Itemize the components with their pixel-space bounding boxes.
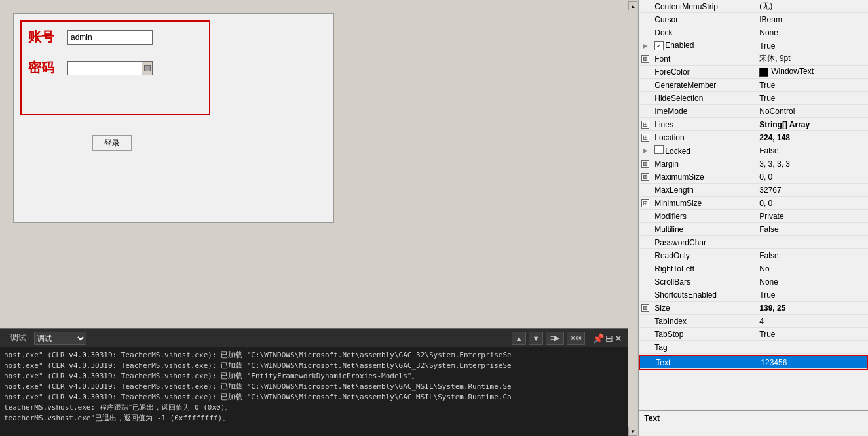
prop-value-19: False <box>757 251 868 260</box>
prop-row-dock[interactable]: Dock None <box>639 26 868 39</box>
output-btn-2[interactable]: ▼ <box>529 332 543 345</box>
account-input[interactable] <box>67 30 153 45</box>
prop-expand-10: ⊞ <box>639 134 652 142</box>
prop-row-maxlength[interactable]: MaxLength 32767 <box>639 184 868 197</box>
maxsize-expand-icon[interactable]: ⊞ <box>641 173 649 181</box>
prop-name-20: RightToLeft <box>652 264 757 273</box>
prop-row-righttoleft[interactable]: RightToLeft No <box>639 262 868 275</box>
prop-row-lines[interactable]: ⊞ Lines String[] Array <box>639 118 868 131</box>
account-row: 账号 <box>28 28 202 46</box>
prop-name-8: ImeMode <box>652 107 757 116</box>
prop-value-margin: 3, 3, 3, 3 <box>757 159 868 168</box>
prop-name-5: ForeColor <box>652 68 757 77</box>
dock-icon[interactable]: ⊟ <box>605 333 613 344</box>
prop-name-19: ReadOnly <box>652 251 757 260</box>
prop-row-contentmenustrip[interactable]: ContentMenuStrip (无) <box>639 0 868 13</box>
prop-row-generatemember[interactable]: GenerateMember True <box>639 79 868 92</box>
password-scrollbar[interactable] <box>142 62 152 75</box>
scroll-down-arrow[interactable]: ▼ <box>628 427 637 436</box>
prop-expand-23: ⊞ <box>639 304 652 312</box>
prop-row-scrollbars[interactable]: ScrollBars None <box>639 275 868 288</box>
prop-row-modifiers[interactable]: Modifiers Private <box>639 210 868 223</box>
prop-value-2: None <box>757 28 868 37</box>
prop-row-shortcutsenabled[interactable]: ShortcutsEnabled True <box>639 288 868 302</box>
prop-name-13: MaximumSize <box>652 172 757 182</box>
prop-row-cursor[interactable]: Cursor IBeam <box>639 13 868 26</box>
output-btn-4[interactable]: ⊗⊗ <box>567 332 585 345</box>
prop-row-maximumsize[interactable]: ⊞ MaximumSize 0, 0 <box>639 170 868 184</box>
prop-value-location: 224, 148 <box>757 133 868 142</box>
scroll-divider: ▲ ▼ <box>628 0 638 436</box>
location-expand-icon[interactable]: ⊞ <box>641 134 649 142</box>
prop-expand-3: ▶ <box>639 42 652 49</box>
output-panel: 调试 调试 ▲ ▼ ≡▶ ⊗⊗ 📌 ⊟ ✕ host.exe" (CLR v4.… <box>0 328 628 436</box>
prop-value-23: 139, 25 <box>757 304 868 313</box>
output-line: host.exe" (CLR v4.0.30319: TeacherMS.vsh… <box>4 371 624 382</box>
prop-row-passwordchar[interactable]: PasswordChar <box>639 236 868 249</box>
prop-value-21: None <box>757 277 868 287</box>
prop-value-25: True <box>757 330 868 339</box>
output-line: teacherMS.vshost.exe"已退出，返回值为 -1 (0xffff… <box>4 413 624 424</box>
password-label: 密码 <box>28 59 67 77</box>
prop-value-7: True <box>757 94 868 103</box>
output-line: host.exe" (CLR v4.0.30319: TeacherMS.vsh… <box>4 382 624 392</box>
lines-expand-icon[interactable]: ⊞ <box>641 121 649 129</box>
prop-row-text[interactable]: Text 123456 <box>640 356 867 369</box>
prop-row-font[interactable]: ⊞ Font 宋体, 9pt <box>639 52 868 66</box>
prop-row-tabstop[interactable]: TabStop True <box>639 328 868 341</box>
margin-expand-icon[interactable]: ⊞ <box>641 160 649 168</box>
output-content: host.exe" (CLR v4.0.30319: TeacherMS.vsh… <box>0 347 628 436</box>
prop-name-7: HideSelection <box>652 94 757 103</box>
text-row-group: Text 123456 <box>639 355 868 370</box>
prop-value-13: 0, 0 <box>757 172 868 182</box>
prop-row-readonly[interactable]: ReadOnly False <box>639 249 868 262</box>
design-area: 账号 密码 登录 <box>0 0 628 328</box>
prop-value-22: True <box>757 290 868 300</box>
prop-name-17: Multiline <box>652 225 757 234</box>
scroll-up-arrow[interactable]: ▲ <box>628 1 637 10</box>
prop-row-location[interactable]: ⊞ Location 224, 148 <box>639 131 868 144</box>
prop-expand-15: ⊞ <box>639 199 652 207</box>
output-source-select[interactable]: 调试 <box>34 332 86 345</box>
login-button[interactable]: 登录 <box>92 135 132 151</box>
output-toolbar: 调试 调试 ▲ ▼ ≡▶ ⊗⊗ 📌 ⊟ ✕ <box>0 329 628 347</box>
prop-value-24: 4 <box>757 317 868 326</box>
output-line: host.exe" (CLR v4.0.30319: TeacherMS.vsh… <box>4 392 624 403</box>
prop-value-1: IBeam <box>757 15 868 24</box>
prop-expand-9: ⊞ <box>639 121 652 129</box>
prop-name-11: Locked <box>652 145 757 156</box>
output-btn-3[interactable]: ≡▶ <box>546 332 564 345</box>
prop-row-locked[interactable]: ▶ Locked False <box>639 144 868 157</box>
password-input-wrapper <box>67 61 153 75</box>
prop-row-forecolor[interactable]: ForeColor WindowText <box>639 66 868 79</box>
font-expand-icon[interactable]: ⊞ <box>641 55 649 63</box>
prop-row-minimumsize[interactable]: ⊞ MinimumSize 0, 0 <box>639 197 868 210</box>
prop-row-imemode[interactable]: ImeMode NoControl <box>639 105 868 118</box>
output-btn-1[interactable]: ▲ <box>512 332 526 345</box>
prop-name-font: Font <box>652 54 757 64</box>
prop-row-multiline[interactable]: Multiline False <box>639 223 868 236</box>
prop-row-margin[interactable]: ⊞ Margin 3, 3, 3, 3 <box>639 157 868 170</box>
props-footer: Text <box>639 410 868 436</box>
enabled-checkbox[interactable]: ✓ <box>654 41 664 50</box>
close-icon[interactable]: ✕ <box>614 333 622 344</box>
prop-name-25: TabStop <box>652 330 757 339</box>
form-inner: 账号 密码 <box>20 20 210 115</box>
prop-row-size[interactable]: ⊞ Size 139, 25 <box>639 302 868 315</box>
prop-name-14: MaxLength <box>652 186 757 195</box>
left-panel: 账号 密码 登录 调试 <box>0 0 628 436</box>
props-footer-label: Text <box>644 414 660 423</box>
size-expand-icon[interactable]: ⊞ <box>641 304 649 312</box>
prop-row-tag[interactable]: Tag <box>639 341 868 354</box>
output-line: host.exe" (CLR v4.0.30319: TeacherMS.vsh… <box>4 350 624 361</box>
prop-row-tabindex[interactable]: TabIndex 4 <box>639 315 868 328</box>
pin-icon[interactable]: 📌 <box>593 333 604 344</box>
minsize-expand-icon[interactable]: ⊞ <box>641 199 649 207</box>
prop-name-15: MinimumSize <box>652 199 757 208</box>
prop-row-hideselection[interactable]: HideSelection True <box>639 92 868 105</box>
prop-row-enabled[interactable]: ▶ ✓Enabled True <box>639 39 868 52</box>
locked-checkbox[interactable] <box>654 145 664 154</box>
prop-value-text: 123456 <box>758 358 867 367</box>
prop-name-9: Lines <box>652 120 757 129</box>
prop-value-8: NoControl <box>757 107 868 116</box>
